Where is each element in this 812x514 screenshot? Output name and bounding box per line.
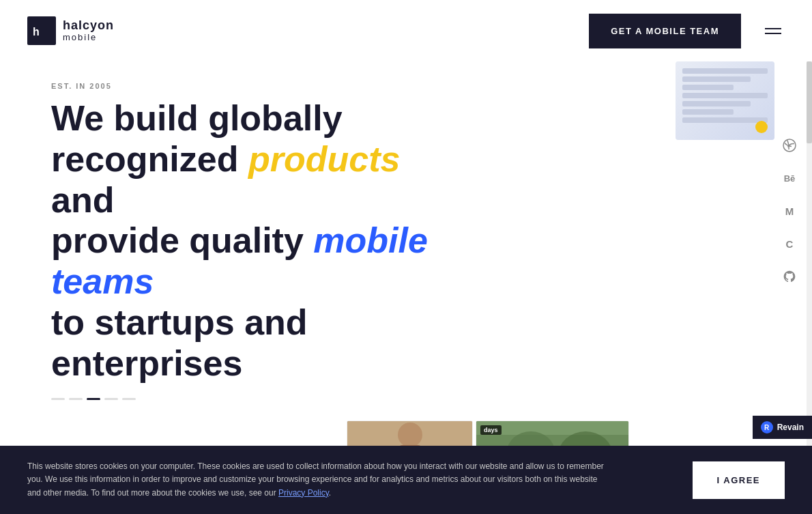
widget-row — [682, 117, 768, 123]
logo-mobile: mobile — [63, 33, 114, 42]
hamburger-button[interactable] — [762, 25, 785, 38]
widget-row — [682, 85, 734, 90]
hamburger-line-2 — [765, 33, 781, 34]
portfolio-dot[interactable] — [69, 398, 83, 400]
agree-button[interactable]: I AGREE — [693, 461, 785, 499]
revain-label: Revain — [777, 423, 804, 432]
portfolio-dot[interactable] — [51, 398, 65, 400]
svg-text:h: h — [33, 26, 40, 38]
logo[interactable]: h halcyon mobile — [27, 16, 114, 45]
logo-text: halcyon mobile — [63, 19, 114, 42]
get-mobile-team-button[interactable]: GET A MOBILE TEAM — [589, 14, 741, 48]
nav-right: GET A MOBILE TEAM — [589, 14, 785, 48]
est-label: EST. IN 2005 — [51, 82, 761, 90]
widget-row — [682, 68, 768, 74]
top-right-widget — [676, 61, 774, 140]
widget-row — [682, 101, 751, 106]
revain-icon: R — [761, 421, 773, 433]
portfolio-dot[interactable] — [104, 398, 118, 400]
navbar: h halcyon mobile GET A MOBILE TEAM — [0, 0, 812, 61]
portfolio-dot-active[interactable] — [87, 398, 100, 400]
portfolio-dots — [51, 398, 761, 400]
svg-rect-0 — [27, 16, 56, 45]
revain-badge[interactable]: R Revain — [753, 416, 812, 439]
widget-row — [682, 109, 734, 115]
hamburger-line-1 — [765, 28, 781, 29]
days-label: days — [480, 425, 502, 435]
widget-row — [682, 76, 751, 82]
hero-and: andprovide quality — [51, 180, 313, 261]
hero-headline: We build globallyrecognized products and… — [51, 98, 447, 384]
hero-line4: to startups and enterprises — [51, 302, 308, 383]
privacy-policy-link[interactable]: Privacy Policy — [278, 488, 329, 498]
logo-icon: h — [27, 16, 56, 45]
cookie-text: This website stores cookies on your comp… — [27, 460, 607, 500]
yellow-dot-decoration — [755, 121, 768, 133]
portfolio-dot[interactable] — [122, 398, 136, 400]
logo-halcyon: halcyon — [63, 19, 114, 33]
widget-row — [682, 93, 768, 98]
hero-products-highlight: products — [248, 139, 400, 179]
cookie-banner: This website stores cookies on your comp… — [0, 446, 812, 514]
svg-point-16 — [398, 423, 422, 447]
